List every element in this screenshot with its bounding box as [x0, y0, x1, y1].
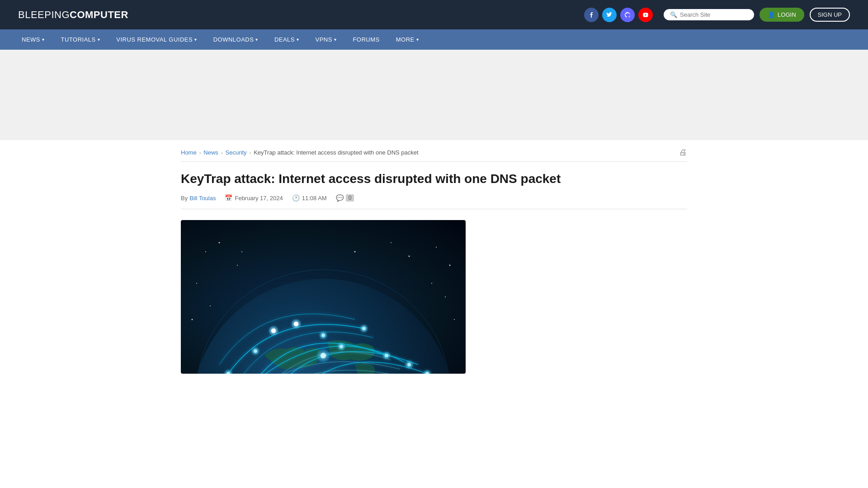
signup-button[interactable]: SIGN UP	[810, 8, 850, 22]
breadcrumb-sep-3: ›	[250, 150, 251, 155]
comments-count: 💬 0	[336, 194, 354, 202]
comment-badge: 0	[346, 194, 354, 202]
nav-item-forums[interactable]: FORUMS	[344, 29, 387, 50]
mastodon-icon[interactable]	[620, 8, 635, 22]
print-icon[interactable]: 🖨	[679, 148, 687, 157]
logo-bold: COMPUTER	[70, 9, 128, 20]
breadcrumb-sep-1: ›	[199, 150, 201, 155]
svg-point-37	[237, 265, 238, 266]
calendar-icon: 📅	[225, 194, 232, 202]
svg-point-25	[317, 349, 330, 362]
hero-image	[181, 220, 466, 374]
site-logo[interactable]: BLEEPINGCOMPUTER	[18, 9, 128, 21]
svg-point-35	[431, 283, 432, 284]
article-time: 🕐 11:08 AM	[292, 194, 327, 202]
nav-tutorials-caret: ▾	[98, 37, 100, 42]
nav-item-deals[interactable]: DEALS ▾	[266, 29, 307, 50]
article-title: KeyTrap attack: Internet access disrupte…	[181, 171, 687, 187]
svg-point-36	[409, 256, 410, 257]
login-label: LOGIN	[778, 11, 796, 18]
svg-point-31	[445, 296, 446, 297]
svg-point-38	[391, 242, 392, 243]
time-text: 11:08 AM	[302, 195, 327, 202]
nav-item-tutorials[interactable]: TUTORIALS ▾	[53, 29, 108, 50]
main-nav: NEWS ▾ TUTORIALS ▾ VIRUS REMOVAL GUIDES …	[0, 29, 868, 50]
article-meta: By Bill Toulas 📅 February 17, 2024 🕐 11:…	[181, 194, 687, 209]
nav-item-virus-removal[interactable]: VIRUS REMOVAL GUIDES ▾	[108, 29, 205, 50]
globe-svg	[183, 229, 463, 374]
author-link[interactable]: Bill Toulas	[189, 195, 216, 202]
by-label: By	[181, 195, 188, 202]
nav-more-caret: ▾	[416, 37, 419, 42]
nav-downloads-caret: ▾	[255, 37, 258, 42]
search-bar[interactable]: 🔍	[664, 9, 754, 20]
breadcrumb-home[interactable]: Home	[181, 149, 197, 156]
nav-virus-caret: ▾	[194, 37, 197, 42]
article-date: 📅 February 17, 2024	[225, 194, 283, 202]
date-text: February 17, 2024	[235, 195, 283, 202]
main-content: Home › News › Security › KeyTrap attack:…	[163, 140, 705, 383]
breadcrumb: Home › News › Security › KeyTrap attack:…	[181, 149, 687, 162]
breadcrumb-sep-2: ›	[221, 150, 223, 155]
search-icon: 🔍	[670, 11, 677, 18]
svg-point-22	[271, 328, 276, 333]
twitter-icon[interactable]	[602, 8, 617, 22]
nav-news-caret: ▾	[42, 37, 45, 42]
svg-point-26	[205, 251, 206, 252]
svg-point-11	[383, 352, 390, 359]
svg-point-29	[449, 265, 451, 266]
nav-vpns-caret: ▾	[334, 37, 337, 42]
breadcrumb-news[interactable]: News	[203, 149, 218, 156]
signup-label: SIGN UP	[818, 11, 842, 18]
svg-point-40	[241, 251, 242, 252]
login-user-icon: 👤	[768, 11, 775, 18]
svg-point-30	[196, 283, 197, 284]
svg-point-23	[294, 322, 298, 326]
header-right: 🔍 👤 LOGIN SIGN UP	[584, 8, 850, 22]
breadcrumb-current: KeyTrap attack: Internet access disrupte…	[254, 149, 418, 156]
author-line: By Bill Toulas	[181, 195, 216, 202]
youtube-icon[interactable]	[638, 8, 653, 22]
comment-icon: 💬	[336, 194, 344, 202]
nav-item-more[interactable]: MORE ▾	[388, 29, 427, 50]
clock-icon: 🕐	[292, 194, 300, 202]
svg-point-39	[354, 251, 356, 253]
svg-point-7	[320, 332, 327, 339]
svg-point-13	[405, 361, 413, 369]
svg-point-33	[454, 319, 455, 320]
nav-item-vpns[interactable]: VPNS ▾	[307, 29, 345, 50]
ad-banner	[0, 50, 868, 140]
svg-point-34	[210, 305, 211, 306]
nav-item-downloads[interactable]: DOWNLOADS ▾	[205, 29, 266, 50]
login-button[interactable]: 👤 LOGIN	[760, 8, 804, 22]
nav-item-news[interactable]: NEWS ▾	[14, 29, 53, 50]
search-input[interactable]	[680, 11, 748, 18]
site-header: BLEEPINGCOMPUTER	[0, 0, 868, 29]
nav-deals-caret: ▾	[297, 37, 299, 42]
svg-point-21	[338, 343, 345, 350]
svg-point-28	[436, 247, 437, 248]
social-icons	[584, 8, 653, 22]
facebook-icon[interactable]	[584, 8, 599, 22]
svg-point-32	[192, 319, 193, 320]
svg-point-17	[252, 347, 259, 355]
logo-regular: BLEEPING	[18, 9, 70, 20]
svg-point-27	[219, 242, 220, 244]
svg-point-9	[360, 325, 368, 332]
breadcrumb-security[interactable]: Security	[226, 149, 247, 156]
